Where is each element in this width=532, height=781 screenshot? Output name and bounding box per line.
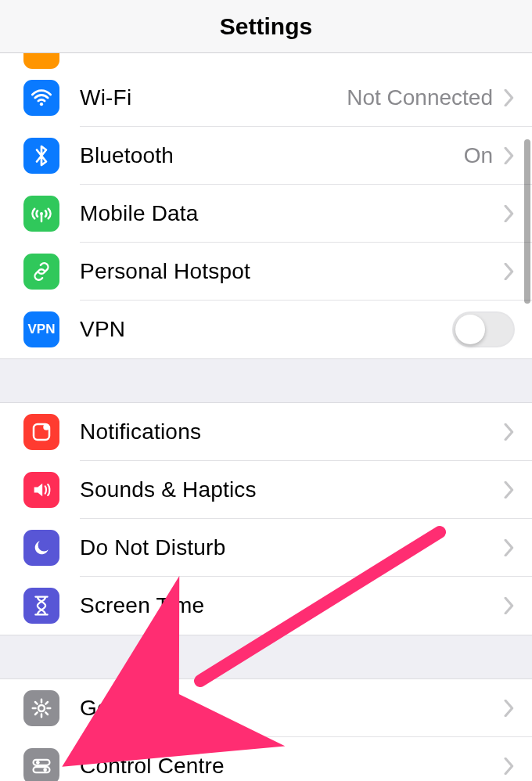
chevron-right-icon bbox=[498, 700, 521, 717]
vpn-toggle[interactable] bbox=[452, 311, 515, 347]
airplane-icon bbox=[23, 53, 59, 69]
group-notifications: Notifications Sounds & Haptics bbox=[0, 402, 532, 635]
row-wifi[interactable]: Wi-Fi Not Connected bbox=[0, 69, 532, 127]
chevron-right-icon bbox=[498, 539, 521, 556]
page-title-text: Settings bbox=[220, 13, 312, 40]
row-personal-hotspot-label: Personal Hotspot bbox=[80, 259, 498, 284]
page-title: Settings bbox=[0, 0, 532, 53]
row-mobile-data[interactable]: Mobile Data bbox=[0, 185, 532, 243]
row-control-centre-label: Control Centre bbox=[80, 754, 498, 779]
row-general-label: General bbox=[80, 696, 498, 721]
gear-icon bbox=[23, 690, 59, 726]
svg-point-5 bbox=[38, 705, 45, 711]
row-personal-hotspot[interactable]: Personal Hotspot bbox=[0, 243, 532, 301]
row-bluetooth[interactable]: Bluetooth On bbox=[0, 127, 532, 185]
scrollbar-indicator[interactable] bbox=[524, 139, 530, 304]
hourglass-icon bbox=[23, 588, 59, 624]
row-control-centre[interactable]: Control Centre bbox=[0, 737, 532, 781]
link-icon bbox=[23, 254, 59, 290]
chevron-right-icon bbox=[498, 89, 521, 106]
speaker-icon bbox=[23, 472, 59, 508]
group-connectivity: Wi-Fi Not Connected Bluetooth On bbox=[0, 53, 532, 359]
row-wifi-value: Not Connected bbox=[347, 85, 493, 110]
svg-point-7 bbox=[36, 761, 40, 765]
row-airplane-mode-cutoff[interactable] bbox=[0, 53, 532, 69]
row-notifications[interactable]: Notifications bbox=[0, 403, 532, 461]
antenna-icon bbox=[23, 196, 59, 232]
svg-rect-8 bbox=[34, 767, 50, 772]
row-notifications-label: Notifications bbox=[80, 419, 498, 444]
bluetooth-icon bbox=[23, 138, 59, 174]
chevron-right-icon bbox=[498, 263, 521, 280]
settings-scroll[interactable]: Wi-Fi Not Connected Bluetooth On bbox=[0, 53, 532, 781]
row-do-not-disturb[interactable]: Do Not Disturb bbox=[0, 519, 532, 577]
svg-point-9 bbox=[43, 768, 47, 772]
vpn-icon: VPN bbox=[23, 311, 59, 347]
moon-icon bbox=[23, 530, 59, 566]
row-dnd-label: Do Not Disturb bbox=[80, 535, 498, 560]
chevron-right-icon bbox=[498, 758, 521, 775]
row-bluetooth-label: Bluetooth bbox=[80, 143, 464, 168]
row-sounds-haptics[interactable]: Sounds & Haptics bbox=[0, 461, 532, 519]
chevron-right-icon bbox=[498, 597, 521, 614]
wifi-icon bbox=[23, 80, 59, 116]
row-screen-time[interactable]: Screen Time bbox=[0, 577, 532, 635]
row-bluetooth-value: On bbox=[464, 143, 493, 168]
row-sounds-haptics-label: Sounds & Haptics bbox=[80, 477, 498, 502]
chevron-right-icon bbox=[498, 147, 521, 164]
notifications-icon bbox=[23, 414, 59, 450]
chevron-right-icon bbox=[498, 423, 521, 441]
toggles-icon bbox=[23, 748, 59, 781]
row-general[interactable]: General bbox=[0, 679, 532, 737]
chevron-right-icon bbox=[498, 205, 521, 222]
svg-rect-6 bbox=[34, 760, 50, 765]
row-screen-time-label: Screen Time bbox=[80, 593, 498, 618]
row-wifi-label: Wi-Fi bbox=[80, 85, 347, 110]
chevron-right-icon bbox=[498, 481, 521, 498]
row-vpn-label: VPN bbox=[80, 317, 452, 342]
svg-point-0 bbox=[40, 103, 43, 106]
group-general: General Control Centre bbox=[0, 678, 532, 781]
svg-point-4 bbox=[43, 424, 49, 430]
row-vpn[interactable]: VPN VPN bbox=[0, 301, 532, 358]
row-mobile-data-label: Mobile Data bbox=[80, 201, 498, 226]
